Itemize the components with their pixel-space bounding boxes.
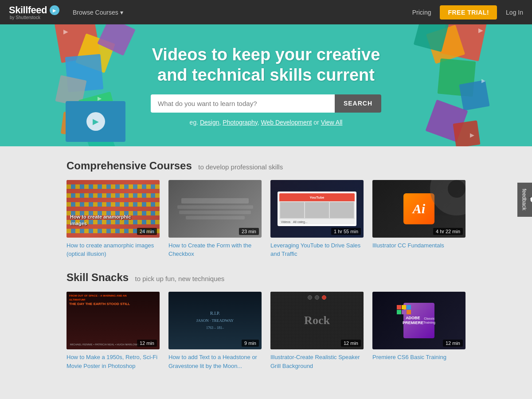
search-input[interactable] bbox=[151, 94, 335, 113]
course-card-3[interactable]: YouTube Videos All categ... 1 hr 55 min bbox=[270, 180, 364, 258]
suggestion-photography-link[interactable]: Photography bbox=[223, 119, 257, 126]
yt-content bbox=[279, 201, 355, 219]
rock-label: Rock bbox=[304, 314, 330, 327]
snack-title-link-1[interactable]: How to Make a 1950s, Retro, Sci-Fi Movie… bbox=[66, 354, 157, 369]
scifi-credits: MICHAEL RENNIE • PATRICIA NEAL • HUGH MA… bbox=[70, 343, 146, 346]
snack-thumb-3: Rock 12 min bbox=[270, 292, 364, 349]
course-card-2[interactable]: 23 min How to Create the Form with the C… bbox=[168, 180, 262, 258]
hero-video-thumbnail: ▶ bbox=[66, 101, 125, 142]
suggestion-design-link[interactable]: Design bbox=[200, 119, 219, 126]
hero-section: ▶ ▶ ▶ ▶ ▶ ▶ ▶ Videos to keep your creati… bbox=[0, 24, 532, 146]
course-title-link-1[interactable]: How to create anamorphic images (optical… bbox=[66, 242, 154, 257]
course-duration-4: 4 hr 22 min bbox=[433, 228, 463, 235]
square-play-icon-6: ▶ bbox=[470, 132, 474, 138]
course-thumb-3: YouTube Videos All categ... 1 hr 55 min bbox=[270, 180, 364, 238]
nav-right: Pricing FREE TRIAL! Log In bbox=[412, 5, 523, 20]
snacks-section-header: Skill Snacks to pick up fun, new techniq… bbox=[66, 271, 466, 284]
brand-name: Skillfeed bbox=[9, 4, 47, 16]
course-thumb-1: How to create anamorphic images 24 min bbox=[66, 180, 160, 238]
premiere-blocks bbox=[397, 305, 412, 314]
browse-courses-link[interactable]: Browse Courses ▾ bbox=[73, 9, 123, 16]
brand-logo[interactable]: Skillfeed ▶ bbox=[9, 4, 59, 16]
scifi-text-overlay: FROM OUT OF SPACE – A WARNING AND AN ULT… bbox=[69, 294, 134, 306]
course-title-link-2[interactable]: How to Create the Form with the Checkbox bbox=[168, 242, 251, 257]
snacks-subtitle: to pick up fun, new techniques bbox=[135, 275, 225, 282]
snack-duration-1: 12 min bbox=[137, 340, 157, 347]
snack-title-link-2[interactable]: How to add Text to a Headstone or Graves… bbox=[168, 354, 257, 369]
page-content: Comprehensive Courses to develop profess… bbox=[58, 146, 474, 397]
search-button[interactable]: SEARCH bbox=[335, 94, 381, 113]
course-title-link-4[interactable]: Illustrator CC Fundamentals bbox=[372, 242, 444, 249]
chevron-down-icon: ▾ bbox=[120, 9, 123, 16]
snacks-courses-grid: FROM OUT OF SPACE – A WARNING AND AN ULT… bbox=[66, 292, 466, 370]
premiere-box-wrapper: ADOBEPREMIERE Classic Training bbox=[403, 303, 434, 338]
snack-card-1[interactable]: FROM OUT OF SPACE – A WARNING AND AN ULT… bbox=[66, 292, 160, 370]
comprehensive-courses-grid: How to create anamorphic images 24 min H… bbox=[66, 180, 466, 258]
hero-title: Videos to keep your creative and technic… bbox=[152, 45, 380, 85]
snack-card-2[interactable]: R.I.P. JASON · TREADWAY 1763 – 181– 9 mi… bbox=[168, 292, 262, 370]
keyboard-visual bbox=[168, 194, 262, 224]
feedback-icon: 💬 bbox=[529, 196, 532, 203]
navbar: Skillfeed ▶ by Shutterstock Browse Cours… bbox=[0, 0, 532, 24]
course-duration-3: 1 hr 55 min bbox=[331, 228, 361, 235]
comprehensive-section-header: Comprehensive Courses to develop profess… bbox=[66, 160, 466, 172]
login-link[interactable]: Log In bbox=[506, 9, 523, 16]
snack-duration-3: 12 min bbox=[341, 340, 361, 347]
square-play-icon-4: ▶ bbox=[478, 27, 483, 34]
snack-duration-2: 9 min bbox=[242, 340, 259, 347]
youtube-inner: YouTube Videos All categ... bbox=[278, 192, 357, 226]
hero-suggestions: eg. Design, Photography, Web Development… bbox=[190, 119, 343, 126]
hero-video-play-icon: ▶ bbox=[86, 112, 105, 131]
yt-nav: Videos All categ... bbox=[279, 219, 355, 224]
course-title-link-3[interactable]: Leveraging YouTube to Drive Sales and Tr… bbox=[270, 242, 360, 257]
brand-sub: by Shutterstock bbox=[10, 15, 59, 20]
suggestion-viewall-link[interactable]: View All bbox=[321, 119, 343, 126]
suggestion-webdev-link[interactable]: Web Development bbox=[261, 119, 312, 126]
snack-duration-4: 12 min bbox=[443, 340, 463, 347]
snack-card-4[interactable]: ADOBEPREMIERE Classic Training 12 min Pr… bbox=[372, 292, 466, 370]
course-thumb-2: 23 min bbox=[168, 180, 262, 238]
course-card-4[interactable]: Ai 4 hr 22 min Illustrator CC Fundamenta… bbox=[372, 180, 466, 258]
feedback-label: feedback bbox=[521, 189, 528, 211]
snack-card-3[interactable]: Rock 12 min Illustrator-Create Realistic… bbox=[270, 292, 364, 370]
square-play-icon-2: ▶ bbox=[98, 95, 102, 102]
course-duration-2: 23 min bbox=[239, 228, 259, 235]
nav-links: Browse Courses ▾ bbox=[73, 9, 412, 16]
gravestone-text: R.I.P. JASON · TREADWAY 1763 – 181– bbox=[196, 310, 234, 331]
thumb-text-1: How to create anamorphic images bbox=[70, 214, 135, 227]
course-duration-1: 24 min bbox=[137, 228, 157, 235]
play-icon: ▶ bbox=[50, 5, 59, 15]
course-card-1[interactable]: How to create anamorphic images 24 min H… bbox=[66, 180, 160, 258]
square-play-icon-5: ▶ bbox=[481, 78, 485, 84]
feedback-tab[interactable]: 💬 feedback bbox=[518, 183, 532, 217]
course-thumb-4: Ai 4 hr 22 min bbox=[372, 180, 466, 238]
snack-title-link-4[interactable]: Premiere CS6 Basic Training bbox=[372, 354, 446, 360]
snack-thumb-2: R.I.P. JASON · TREADWAY 1763 – 181– 9 mi… bbox=[168, 292, 262, 349]
hero-search-bar: SEARCH bbox=[151, 94, 381, 113]
free-trial-button[interactable]: FREE TRIAL! bbox=[440, 5, 497, 20]
comprehensive-title: Comprehensive Courses bbox=[66, 160, 192, 172]
pricing-link[interactable]: Pricing bbox=[412, 9, 431, 16]
brand: Skillfeed ▶ by Shutterstock bbox=[9, 4, 59, 20]
square-play-icon-1: ▶ bbox=[63, 28, 68, 35]
snacks-title: Skill Snacks bbox=[66, 271, 129, 283]
comprehensive-subtitle: to develop professional skills bbox=[198, 163, 283, 171]
snack-thumb-4: ADOBEPREMIERE Classic Training 12 min bbox=[372, 292, 466, 349]
snack-thumb-1: FROM OUT OF SPACE – A WARNING AND AN ULT… bbox=[66, 292, 160, 349]
yt-red-bar: YouTube bbox=[279, 193, 355, 201]
snack-title-link-3[interactable]: Illustrator-Create Realistic Speaker Gri… bbox=[270, 354, 360, 369]
rock-controls bbox=[308, 295, 326, 300]
